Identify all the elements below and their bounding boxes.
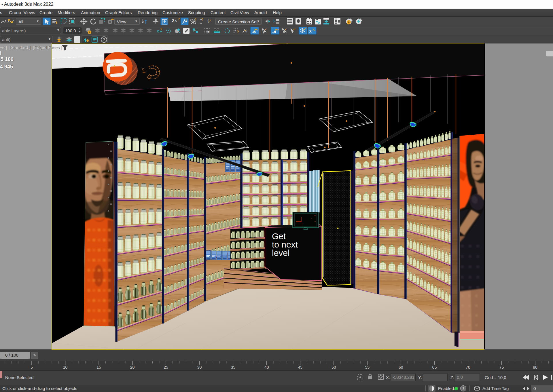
svg-text:?: ? <box>256 28 258 32</box>
svg-text:25: 25 <box>164 365 168 370</box>
svg-text:65: 65 <box>432 365 437 370</box>
svg-text:level: level <box>272 248 290 258</box>
svg-text:40: 40 <box>264 365 269 370</box>
svg-text:?: ? <box>103 37 105 42</box>
svg-text:?: ? <box>237 30 239 34</box>
svg-text:x: x <box>309 28 312 33</box>
svg-text:A: A <box>207 31 209 34</box>
svg-text:55: 55 <box>365 365 370 370</box>
svg-text:10: 10 <box>63 365 68 370</box>
svg-text:70: 70 <box>466 365 470 370</box>
svg-text:15: 15 <box>96 365 101 370</box>
svg-text:?: ? <box>202 18 203 21</box>
svg-text:20: 20 <box>130 365 135 370</box>
svg-text:75: 75 <box>499 365 504 370</box>
svg-text:45: 45 <box>298 365 302 370</box>
svg-text:?: ? <box>195 18 196 21</box>
svg-text:?: ? <box>185 18 187 22</box>
svg-text:80: 80 <box>533 365 537 370</box>
svg-text:5: 5 <box>31 365 33 370</box>
svg-text:30: 30 <box>197 365 202 370</box>
svg-text:35: 35 <box>231 365 235 370</box>
svg-text:?: ? <box>277 28 279 32</box>
svg-text:60: 60 <box>399 365 403 370</box>
svg-text:50: 50 <box>332 365 336 370</box>
